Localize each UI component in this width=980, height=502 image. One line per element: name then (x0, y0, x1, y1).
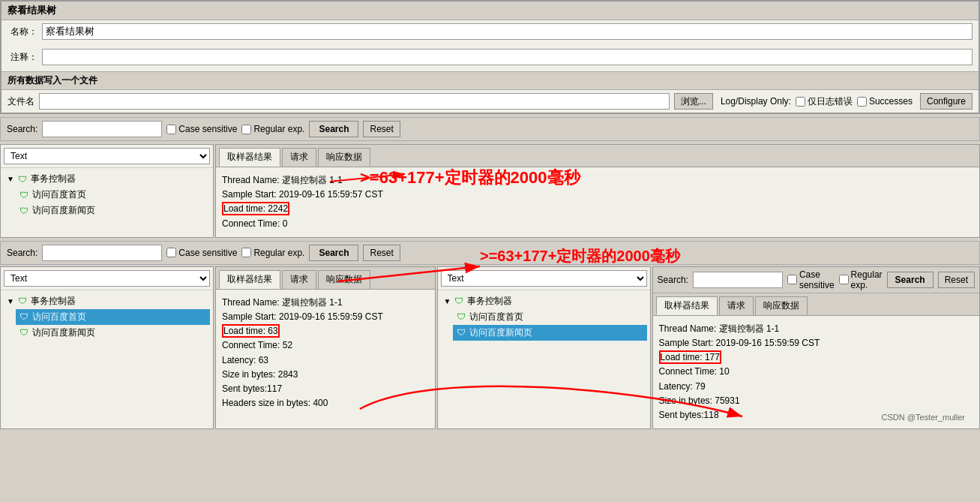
bottom-right-search-input[interactable] (693, 272, 783, 288)
top-reset-button[interactable]: Reset (363, 121, 400, 137)
panel3-thread-name: Thread Name: 逻辑控制器 1-1 (659, 322, 973, 336)
panel3-connect-time: Connect Time: 10 (659, 365, 973, 379)
panel-header: 察看结果树 (1, 2, 979, 20)
shield-icon-1: 🛡 (19, 190, 29, 200)
mid-search-button[interactable]: Search (309, 245, 358, 261)
shield-icon-2: 🛡 (19, 206, 29, 216)
comment-input[interactable] (42, 49, 973, 65)
br-regex-checkbox[interactable] (839, 275, 849, 284)
configure-button[interactable]: Configure (920, 93, 973, 110)
browse-button[interactable]: 浏览... (674, 93, 713, 110)
shield-icon: 🛡 (17, 174, 28, 185)
bottom-tree-root[interactable]: ▼ 🛡 事务控制器 (4, 293, 210, 309)
mid-case-sensitive-label[interactable]: Case sensitive (166, 248, 237, 258)
successes-checkbox-label[interactable]: Successes (857, 96, 913, 107)
mid-search-input[interactable] (42, 245, 162, 261)
bottom-right-left-tree: ▼ 🛡 事务控制器 🛡 访问百度首页 🛡 访问百度新闻页 (438, 290, 650, 428)
top-regex-label[interactable]: Regular exp. (241, 124, 304, 134)
tree-root-label: 事务控制器 (31, 173, 76, 185)
file-input[interactable] (39, 93, 670, 110)
main-container: 察看结果树 名称： 注释： 所有数据写入一个文件 文件名 浏览... Log/D… (0, 0, 980, 429)
br-regex-label[interactable]: Regular exp. (839, 269, 883, 290)
top-left-dropdown[interactable]: Text (4, 148, 210, 164)
bottom-left-tabs: 取样器结果 请求 响应数据 (216, 267, 435, 290)
tab-response-bl[interactable]: 响应数据 (318, 270, 370, 289)
mid-reset-button[interactable]: Reset (363, 245, 400, 261)
mid-regex-checkbox[interactable] (241, 248, 251, 257)
tree-item-2[interactable]: 🛡 访问百度新闻页 (16, 203, 210, 218)
bottom-shield-1: 🛡 (19, 311, 29, 322)
mid-case-sensitive-checkbox[interactable] (166, 248, 176, 257)
bottom-right-content: Thread Name: 逻辑控制器 1-1 Sample Start: 201… (653, 316, 979, 428)
bottom-tree-item-2-label: 访问百度新闻页 (32, 326, 95, 339)
log-errors-checkbox[interactable] (796, 97, 805, 107)
top-content-area: Thread Name: 逻辑控制器 1-1 Sample Start: 201… (216, 167, 979, 237)
tree-item-2-label: 访问百度新闻页 (32, 204, 95, 217)
bottom-right-shield-2: 🛡 (456, 327, 466, 338)
tab-request-top[interactable]: 请求 (282, 148, 316, 167)
watermark: CSDN @Tester_muller (882, 413, 965, 422)
top-split-row: Text ▼ 🛡 事务控制器 🛡 访问百度首页 🛡 访问百度新闻页 (0, 144, 980, 238)
br-reset-button[interactable]: Reset (938, 272, 975, 288)
mid-search-label: Search: (7, 248, 37, 258)
panel3-load-time-box: Load time: 177 (659, 350, 721, 364)
tree-root-item[interactable]: ▼ 🛡 事务控制器 (4, 171, 210, 187)
top-left-pane: Text ▼ 🛡 事务控制器 🛡 访问百度首页 🛡 访问百度新闻页 (0, 144, 214, 238)
top-search-input[interactable] (42, 121, 162, 137)
bottom-left-tree: ▼ 🛡 事务控制器 🛡 访问百度首页 🛡 访问百度新闻页 (1, 290, 213, 428)
tab-request-bl[interactable]: 请求 (282, 270, 316, 289)
file-label: 文件名 (7, 95, 34, 108)
top-left-dropdown-row: Text (1, 145, 213, 168)
bottom-right-search-label: Search: (658, 275, 688, 285)
bottom-left-pane: Text ▼ 🛡 事务控制器 🛡 访问百度首页 🛡 访问百度新闻页 (0, 266, 214, 429)
br-case-sensitive-checkbox[interactable] (787, 275, 797, 284)
br-search-button[interactable]: Search (887, 272, 934, 288)
bottom-right-tree-item-2[interactable]: 🛡 访问百度新闻页 (453, 325, 647, 341)
top-search-label: Search: (7, 124, 37, 134)
panel1-load-time: Load time: 2242 (222, 202, 289, 216)
tree-item-1-label: 访问百度首页 (32, 188, 86, 201)
log-errors-checkbox-label[interactable]: 仅日志错误 (796, 95, 853, 108)
tab-response-br[interactable]: 响应数据 (755, 296, 808, 315)
bottom-right-shield-root: 🛡 (454, 296, 464, 306)
name-input[interactable] (42, 23, 973, 40)
tab-response-top[interactable]: 响应数据 (318, 148, 370, 167)
bottom-right-tree-children: 🛡 访问百度首页 🛡 访问百度新闻页 (441, 309, 647, 341)
bottom-right-tree-item-1[interactable]: 🛡 访问百度首页 (453, 309, 647, 325)
top-case-sensitive-checkbox[interactable] (166, 125, 176, 134)
bottom-tree-item-1[interactable]: 🛡 访问百度首页 (16, 309, 210, 325)
successes-checkbox[interactable] (857, 97, 867, 107)
panel3-latency: Latency: 79 (659, 380, 973, 394)
tab-request-br[interactable]: 请求 (719, 296, 754, 315)
panel2-connect-time: Connect Time: 52 (222, 338, 429, 353)
panel2-sent-bytes: Sent bytes:117 (222, 382, 429, 396)
bottom-tree-root-label: 事务控制器 (31, 295, 76, 308)
tab-sampler-result-br[interactable]: 取样器结果 (656, 296, 718, 315)
tree-item-1[interactable]: 🛡 访问百度首页 (16, 187, 210, 203)
top-right-pane: 取样器结果 请求 响应数据 Thread Name: 逻辑控制器 1-1 Sam… (215, 144, 980, 238)
bottom-tree-children: 🛡 访问百度首页 🛡 访问百度新闻页 (4, 309, 210, 341)
top-regex-checkbox[interactable] (241, 125, 251, 134)
log-display-label: Log/Display Only: (721, 96, 791, 107)
panel3-sample-start: Sample Start: 2019-09-16 15:59:59 CST (659, 336, 973, 350)
tab-sampler-result-top[interactable]: 取样器结果 (219, 148, 280, 167)
top-left-tree: ▼ 🛡 事务控制器 🛡 访问百度首页 🛡 访问百度新闻页 (1, 168, 213, 237)
bottom-right-tree-item-1-label: 访问百度首页 (469, 311, 523, 323)
bottom-right-left-pane: Text ▼ 🛡 事务控制器 🛡 访问百度首页 🛡 访问百度新闻页 (437, 266, 651, 429)
name-label: 名称： (7, 26, 37, 38)
panel1-thread-name: Thread Name: 逻辑控制器 1-1 (222, 173, 973, 188)
top-tabs-bar: 取样器结果 请求 响应数据 (216, 145, 979, 167)
bottom-right-shield-1: 🛡 (456, 311, 466, 322)
tab-sampler-result-bl[interactable]: 取样器结果 (219, 270, 280, 289)
top-search-button[interactable]: Search (309, 121, 358, 137)
br-case-sensitive-label[interactable]: Case sensitive (787, 269, 835, 290)
mid-regex-label[interactable]: Regular exp. (241, 248, 304, 258)
bottom-left-dropdown-row: Text (1, 267, 213, 290)
bottom-right-content-pane: Search: Case sensitive Regular exp. Sear… (652, 266, 980, 429)
bottom-right-tabs: 取样器结果 请求 响应数据 (653, 293, 979, 316)
bottom-right-left-dropdown[interactable]: Text (441, 270, 647, 287)
bottom-tree-item-2[interactable]: 🛡 访问百度新闻页 (16, 325, 210, 341)
bottom-left-dropdown[interactable]: Text (4, 270, 210, 287)
bottom-right-tree-root[interactable]: ▼ 🛡 事务控制器 (441, 293, 647, 309)
top-case-sensitive-label[interactable]: Case sensitive (166, 124, 237, 134)
